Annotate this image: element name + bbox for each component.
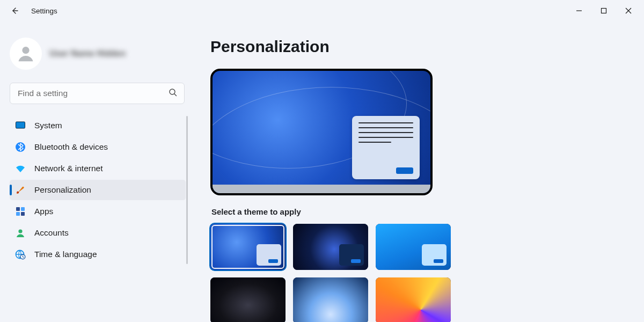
- theme-section-label: Select a theme to apply: [211, 207, 644, 216]
- svg-rect-12: [21, 212, 25, 216]
- svg-point-2: [22, 47, 29, 54]
- bluetooth-icon: [15, 142, 26, 152]
- avatar: [10, 38, 42, 70]
- app-title: Settings: [31, 7, 57, 15]
- paintbrush-icon: [15, 185, 26, 195]
- svg-rect-5: [16, 122, 25, 128]
- minimize-button[interactable]: [567, 2, 591, 19]
- search-field-wrap: [10, 83, 185, 104]
- back-button[interactable]: [10, 6, 19, 16]
- sidebar-item-bluetooth[interactable]: Bluetooth & devices: [10, 137, 186, 157]
- profile-name: User Name Hidden: [49, 49, 126, 58]
- sidebar-item-label: System: [34, 121, 62, 130]
- svg-point-13: [18, 229, 22, 233]
- theme-option[interactable]: [376, 224, 451, 270]
- theme-option[interactable]: [376, 277, 451, 322]
- close-button[interactable]: [616, 2, 641, 19]
- monitor-icon: [15, 120, 26, 131]
- sidebar-item-label: Network & internet: [34, 164, 103, 173]
- sidebar-scrollbar[interactable]: [186, 116, 188, 264]
- apps-icon: [15, 206, 26, 217]
- sidebar: User Name Hidden System Bluetooth & devi…: [0, 21, 193, 322]
- wifi-icon: [15, 163, 26, 174]
- desktop-preview: [210, 69, 433, 195]
- svg-rect-9: [16, 207, 20, 211]
- content-area: Personalization Select a theme to apply: [193, 21, 644, 322]
- search-icon: [169, 88, 177, 99]
- page-title: Personalization: [210, 38, 644, 56]
- sidebar-item-time-language[interactable]: Time & language: [10, 244, 186, 265]
- sidebar-item-label: Apps: [34, 207, 53, 216]
- preview-sample-window: [352, 116, 420, 179]
- theme-option[interactable]: [210, 277, 286, 322]
- svg-point-3: [170, 89, 175, 94]
- svg-rect-11: [16, 212, 20, 216]
- sidebar-nav: System Bluetooth & devices Network & int…: [8, 115, 188, 265]
- window-controls: [567, 2, 641, 19]
- sidebar-item-network[interactable]: Network & internet: [10, 158, 186, 179]
- sidebar-item-label: Personalization: [34, 185, 91, 195]
- svg-rect-10: [21, 207, 25, 211]
- sidebar-item-apps[interactable]: Apps: [10, 201, 186, 222]
- sidebar-item-label: Time & language: [34, 250, 97, 259]
- svg-rect-1: [602, 9, 606, 13]
- sidebar-item-label: Bluetooth & devices: [34, 142, 108, 152]
- sidebar-item-system[interactable]: System: [10, 115, 186, 136]
- maximize-button[interactable]: [591, 2, 616, 19]
- theme-grid: [210, 224, 463, 322]
- theme-option[interactable]: [293, 277, 368, 322]
- svg-line-4: [174, 94, 177, 96]
- preview-taskbar: [213, 185, 430, 193]
- person-icon: [15, 228, 26, 238]
- titlebar: Settings: [0, 0, 644, 21]
- theme-option[interactable]: [293, 224, 368, 270]
- svg-point-8: [17, 191, 19, 193]
- sidebar-item-accounts[interactable]: Accounts: [10, 223, 186, 243]
- globe-clock-icon: [15, 249, 26, 260]
- sidebar-item-personalization[interactable]: Personalization: [10, 180, 186, 200]
- sidebar-item-label: Accounts: [34, 228, 69, 238]
- profile-block[interactable]: User Name Hidden: [8, 35, 188, 82]
- theme-option[interactable]: [210, 224, 286, 270]
- search-input[interactable]: [10, 83, 185, 104]
